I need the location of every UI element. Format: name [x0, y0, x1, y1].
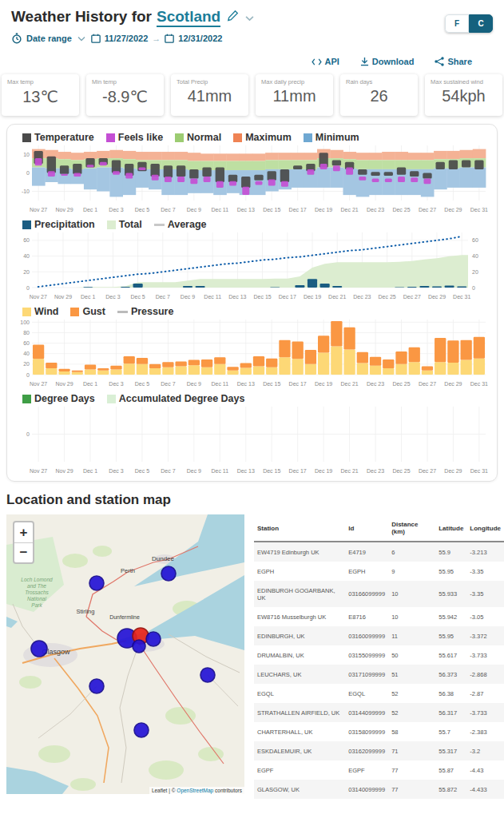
api-button[interactable]: API	[312, 57, 339, 66]
share-button[interactable]: Share	[435, 57, 472, 66]
map-marker-station[interactable]	[161, 566, 176, 581]
actions-row: API Download Share	[11, 44, 493, 66]
svg-text:0: 0	[26, 285, 30, 291]
zoom-in-button[interactable]: +	[14, 522, 33, 542]
legend-item[interactable]: Temperature	[22, 132, 94, 143]
table-row[interactable]: STRATHALLEN AIRFIELD, UK031440999995256.…	[254, 703, 504, 722]
legend-item[interactable]: Average	[154, 219, 207, 230]
svg-text:Dec 21: Dec 21	[341, 381, 359, 387]
map-marker-station[interactable]	[200, 668, 215, 682]
svg-text:40: 40	[472, 253, 478, 259]
leaflet-map[interactable]: Loch Lomondand TheTrossachsNationalParkD…	[6, 514, 244, 794]
table-row[interactable]: GLASGOW, UK031400999997755.872-4.433	[254, 780, 504, 799]
edit-location-icon[interactable]	[227, 10, 239, 25]
degree_days-chart[interactable]: 0Nov 27Nov 29Dec 1Dec 3Dec 5Dec 7Dec 9De…	[11, 404, 491, 478]
legend-label: Average	[168, 219, 207, 230]
column-header[interactable]: Latitude	[435, 514, 466, 542]
table-cell: 56.38	[435, 684, 466, 703]
table-row[interactable]: EGPFEGPF7755.87-4.43	[254, 760, 504, 780]
map-label-dunfermline: Dunfermline	[109, 614, 140, 620]
table-row[interactable]: ESKDALEMUIR, UK031620999997155.317-3.2	[254, 741, 504, 760]
zoom-out-button[interactable]: −	[14, 542, 33, 562]
table-cell: E4719	[345, 542, 388, 562]
api-label: API	[325, 57, 339, 66]
legend-item[interactable]: Feels like	[106, 132, 163, 143]
svg-text:Dec 1: Dec 1	[83, 207, 97, 212]
fahrenheit-button[interactable]: F	[445, 14, 469, 33]
osm-link[interactable]: OpenStreetMap	[177, 788, 213, 793]
map-marker-station[interactable]	[146, 632, 161, 646]
map-label-park: National	[27, 596, 46, 602]
svg-text:Dec 31: Dec 31	[470, 381, 488, 387]
map-canvas[interactable]: Loch Lomondand TheTrossachsNationalParkD…	[6, 514, 244, 794]
legend-item[interactable]: Maximum	[233, 132, 292, 143]
date-range-row[interactable]: Date range 11/27/2022 → 12/31/2022	[11, 33, 493, 44]
leaflet-link[interactable]: Leaflet	[152, 788, 168, 793]
end-date[interactable]: 12/31/2022	[178, 34, 222, 43]
column-header[interactable]: Longitude	[466, 514, 504, 542]
map-marker-station[interactable]	[133, 640, 145, 653]
legend-marker	[22, 133, 31, 142]
svg-text:Dec 21: Dec 21	[328, 294, 346, 300]
download-button[interactable]: Download	[360, 57, 415, 66]
precipitation-chart[interactable]: 00202040406060Nov 27Nov 29Dec 1Dec 3Dec …	[11, 230, 491, 304]
table-cell: 03155099999	[345, 645, 388, 665]
attribution-sep: | ©	[167, 788, 177, 793]
column-header[interactable]: Id	[345, 514, 388, 542]
legend-item[interactable]: Accumulated Degree Days	[107, 393, 245, 404]
table-cell: EGQL	[254, 684, 345, 703]
table-cell: 55.317	[435, 741, 466, 760]
legend-item[interactable]: Wind	[22, 306, 58, 317]
table-row[interactable]: EGPHEGPH955.95-3.35	[254, 562, 504, 581]
svg-text:Dec 11: Dec 11	[211, 468, 228, 474]
svg-text:Dec 31: Dec 31	[470, 468, 488, 474]
legend-label: Degree Days	[34, 393, 95, 404]
legend-label: Minimum	[315, 132, 359, 143]
map-marker-station[interactable]	[31, 641, 47, 657]
table-row[interactable]: CHARTERHALL, UK031580999995855.7-2.383	[254, 722, 504, 741]
calendar-icon	[91, 34, 101, 43]
svg-text:Dec 13: Dec 13	[237, 381, 255, 387]
table-cell: EW8716 Musselburgh UK	[254, 607, 345, 626]
table-row[interactable]: LEUCHARS, UK031710999995156.373-2.868	[254, 665, 504, 684]
svg-text:Dec 11: Dec 11	[204, 294, 221, 300]
legend-item[interactable]: Minimum	[304, 132, 359, 143]
legend-item[interactable]: Degree Days	[22, 393, 95, 404]
table-cell: 11	[388, 626, 435, 645]
table-cell: 03144099999	[345, 703, 388, 722]
legend-item[interactable]: Gust	[70, 306, 105, 317]
table-row[interactable]: EW8716 Musselburgh UKE87161055.942-3.05	[254, 607, 504, 626]
map-section-title: Location and station map	[6, 492, 504, 508]
map-marker-station[interactable]	[89, 679, 104, 693]
legend-item[interactable]: Precipitation	[22, 219, 95, 230]
wind-chart[interactable]: 020406080100Nov 27Nov 29Dec 1Dec 3Dec 5D…	[11, 317, 491, 391]
date-range-chevron-icon[interactable]	[77, 36, 85, 42]
svg-text:Dec 31: Dec 31	[453, 294, 470, 300]
celsius-button[interactable]: C	[469, 14, 493, 33]
svg-text:Nov 27: Nov 27	[30, 294, 47, 300]
table-cell: 03162099999	[345, 741, 388, 760]
legend-item[interactable]: Normal	[175, 132, 221, 143]
column-header[interactable]: Distance (km)	[388, 514, 435, 542]
table-cell: -3.213	[466, 542, 504, 562]
temperature-legend: TemperatureFeels likeNormalMaximumMinimu…	[22, 132, 493, 143]
map-zoom-control: + −	[13, 521, 34, 564]
table-row[interactable]: EDINBURGH GOGARBANK, UK031660999991055.9…	[254, 581, 504, 607]
table-row[interactable]: EDINBURGH, UK031600999991155.95-3.372	[254, 626, 504, 645]
date-range-label[interactable]: Date range	[26, 34, 72, 43]
start-date[interactable]: 11/27/2022	[105, 34, 148, 43]
svg-text:Dec 9: Dec 9	[187, 207, 201, 212]
legend-item[interactable]: Pressure	[117, 306, 174, 317]
map-marker-station[interactable]	[89, 576, 104, 590]
location-link[interactable]: Scotland	[157, 8, 220, 27]
location-dropdown-icon[interactable]	[245, 10, 254, 25]
column-header[interactable]: Station	[254, 514, 345, 542]
degree_days-legend: Degree DaysAccumulated Degree Days	[22, 393, 493, 404]
map-marker-station[interactable]	[134, 723, 149, 737]
temperature-chart[interactable]: -10010Nov 27Nov 29Dec 1Dec 3Dec 5Dec 7De…	[11, 143, 491, 216]
table-cell: 50	[388, 645, 435, 665]
table-row[interactable]: EW4719 Edinburgh UKE4719655.9-3.213	[254, 542, 504, 562]
legend-item[interactable]: Total	[107, 219, 142, 230]
table-row[interactable]: EGQLEGQL5256.38-2.87	[254, 684, 504, 703]
table-row[interactable]: DRUMALBIN, UK031550999995055.617-3.733	[254, 645, 504, 665]
